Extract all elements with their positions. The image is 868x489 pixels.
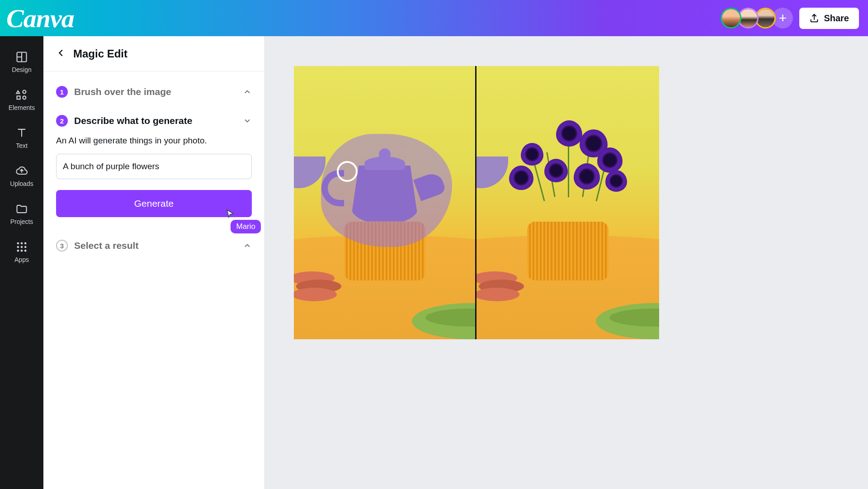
share-button[interactable]: Share xyxy=(799,8,859,29)
sidebar-item-elements[interactable]: Elements xyxy=(0,82,43,120)
text-icon xyxy=(15,127,28,139)
header-actions: + Share xyxy=(724,8,859,29)
upload-icon xyxy=(809,13,819,23)
sidebar-item-label: Design xyxy=(12,66,32,73)
sidebar-item-label: Apps xyxy=(14,256,29,263)
canvas-comparison xyxy=(294,66,868,339)
svg-rect-2 xyxy=(17,96,20,99)
svg-point-11 xyxy=(21,250,23,252)
panel-header: Magic Edit xyxy=(43,36,264,71)
step-description: An AI will generate things in your photo… xyxy=(56,136,252,146)
generated-flowers xyxy=(509,116,627,206)
main-layout: Design Elements Text Uploads Projects Ap… xyxy=(0,36,868,489)
left-sidebar: Design Elements Text Uploads Projects Ap… xyxy=(0,36,43,489)
sidebar-item-label: Uploads xyxy=(10,180,33,187)
svg-point-3 xyxy=(23,96,26,99)
svg-point-4 xyxy=(17,242,19,245)
canvas-before-image[interactable] xyxy=(294,66,476,339)
apps-grid-icon xyxy=(15,241,28,253)
canva-logo[interactable]: Canva xyxy=(6,3,74,33)
svg-point-6 xyxy=(24,242,27,245)
sidebar-item-design[interactable]: Design xyxy=(0,44,43,82)
step-number-badge: 1 xyxy=(56,86,68,98)
svg-point-5 xyxy=(21,242,23,245)
plus-icon: + xyxy=(779,10,787,26)
svg-point-1 xyxy=(23,90,26,94)
folder-icon xyxy=(15,203,28,215)
shapes-icon xyxy=(15,89,28,101)
svg-point-9 xyxy=(24,246,27,248)
cursor-user-label: Mario xyxy=(231,220,261,233)
svg-point-8 xyxy=(21,246,23,248)
back-button[interactable] xyxy=(54,46,68,61)
layout-icon xyxy=(15,51,28,63)
chevron-left-icon xyxy=(56,48,66,58)
collaborator-cursor: Mario xyxy=(226,209,261,233)
svg-point-12 xyxy=(24,250,27,252)
sidebar-item-uploads[interactable]: Uploads xyxy=(0,158,43,196)
panel-title: Magic Edit xyxy=(73,47,127,60)
chevron-down-icon xyxy=(243,116,252,125)
step-header[interactable]: 3 Select a result xyxy=(56,233,252,258)
step-select: 3 Select a result xyxy=(56,233,252,258)
sidebar-item-apps[interactable]: Apps xyxy=(0,234,43,272)
step-header[interactable]: 2 Describe what to generate xyxy=(56,109,252,133)
step-number-badge: 3 xyxy=(56,240,68,252)
prompt-input[interactable] xyxy=(56,154,252,179)
teapot-object xyxy=(335,143,434,224)
canvas-after-image[interactable] xyxy=(476,66,659,339)
sidebar-item-label: Elements xyxy=(9,104,35,111)
cloud-upload-icon xyxy=(15,165,28,177)
step-label: Select a result xyxy=(74,240,138,251)
chevron-up-icon xyxy=(243,241,252,250)
magic-edit-panel: Magic Edit 1 Brush over the image 2 Desc… xyxy=(43,36,265,489)
panel-body: 1 Brush over the image 2 Describe what t… xyxy=(43,71,264,271)
canvas-area[interactable] xyxy=(265,36,868,489)
share-label: Share xyxy=(824,13,849,24)
collaborator-avatars: + xyxy=(724,8,793,28)
svg-point-7 xyxy=(17,246,19,248)
step-brush: 1 Brush over the image xyxy=(56,80,252,104)
sidebar-item-text[interactable]: Text xyxy=(0,120,43,158)
step-label: Brush over the image xyxy=(74,86,171,97)
step-number-badge: 2 xyxy=(56,115,68,127)
generate-label: Generate xyxy=(134,198,174,209)
generate-button[interactable]: Generate Mario xyxy=(56,190,252,217)
avatar[interactable] xyxy=(721,8,741,28)
step-content: An AI will generate things in your photo… xyxy=(56,133,252,217)
sidebar-item-label: Text xyxy=(16,142,28,149)
sidebar-item-projects[interactable]: Projects xyxy=(0,196,43,234)
app-header: Canva + Share xyxy=(0,0,868,36)
brush-cursor-icon xyxy=(337,161,358,182)
svg-point-10 xyxy=(17,250,19,252)
sidebar-item-label: Projects xyxy=(10,218,33,225)
chevron-up-icon xyxy=(243,87,252,96)
step-header[interactable]: 1 Brush over the image xyxy=(56,80,252,104)
step-label: Describe what to generate xyxy=(74,115,192,126)
cursor-icon xyxy=(226,209,234,219)
step-describe: 2 Describe what to generate An AI will g… xyxy=(56,109,252,217)
